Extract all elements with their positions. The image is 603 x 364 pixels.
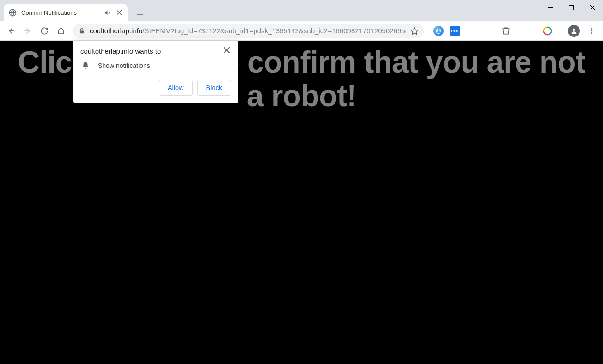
browser-menu-button[interactable]	[585, 24, 599, 38]
close-icon[interactable]	[222, 45, 231, 55]
browser-toolbar: coultotherlap.info/SIEEMV?tag_id=737122&…	[0, 21, 603, 41]
svg-rect-14	[504, 27, 508, 29]
back-button[interactable]	[4, 24, 18, 38]
window-controls	[539, 0, 603, 15]
popup-title: coultotherlap.info wants to	[80, 47, 161, 55]
address-bar[interactable]: coultotherlap.info/SIEEMV?tag_id=737122&…	[73, 24, 424, 38]
svg-point-21	[591, 30, 593, 31]
close-tab-icon[interactable]	[116, 9, 123, 16]
home-button[interactable]	[54, 24, 68, 38]
forward-button[interactable]	[20, 24, 35, 38]
url-path: /SIEEMV?tag_id=737122&sub_id1=pdsk_13651…	[142, 27, 406, 35]
extensions-spacer-2	[518, 26, 536, 36]
globe-icon	[8, 8, 17, 17]
popup-message: Show notifications	[98, 62, 150, 69]
extensions-area: @ PDF	[429, 26, 557, 36]
extensions-spacer	[467, 26, 494, 36]
url-text: coultotherlap.info/SIEEMV?tag_id=737122&…	[90, 27, 406, 35]
svg-point-19	[573, 28, 575, 30]
svg-point-20	[591, 28, 593, 30]
audio-icon[interactable]	[104, 9, 111, 16]
window-maximize-button[interactable]	[560, 0, 582, 15]
profile-button[interactable]	[568, 25, 580, 37]
extension-media-icon[interactable]	[501, 26, 511, 36]
svg-rect-1	[569, 5, 573, 10]
toolbar-divider	[561, 25, 561, 36]
extension-colorful-icon[interactable]	[542, 26, 553, 36]
lock-icon[interactable]	[79, 28, 85, 34]
new-tab-button[interactable]	[133, 7, 147, 21]
extension-pdf-icon[interactable]: PDF	[450, 26, 460, 36]
svg-marker-13	[411, 27, 418, 34]
window-minimize-button[interactable]	[539, 0, 560, 15]
svg-rect-12	[80, 30, 84, 33]
window-close-button[interactable]	[582, 0, 603, 15]
allow-button[interactable]: Allow	[159, 80, 193, 96]
url-domain: coultotherlap.info	[90, 27, 142, 35]
bell-icon	[81, 61, 90, 70]
svg-point-22	[591, 32, 593, 34]
browser-tab[interactable]: Confirm Notifications	[4, 4, 128, 21]
notification-permission-popup: coultotherlap.info wants to Show notific…	[73, 41, 238, 103]
tab-title: Confirm Notifications	[21, 9, 99, 16]
tab-strip: Confirm Notifications	[0, 0, 603, 21]
bookmark-star-icon[interactable]	[410, 27, 419, 35]
extension-mail-icon[interactable]: @	[433, 26, 444, 36]
reload-button[interactable]	[37, 24, 52, 38]
block-button[interactable]: Block	[197, 80, 231, 96]
